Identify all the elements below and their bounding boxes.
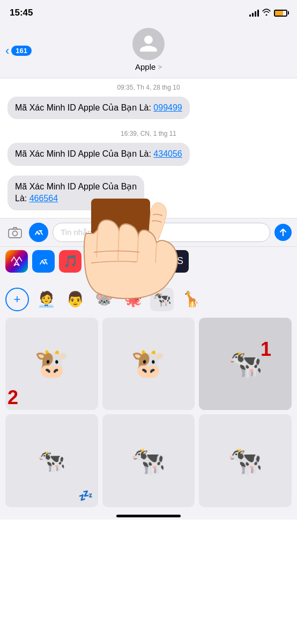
back-button[interactable]: ‹ 161 [5,44,32,58]
heart-app-icon[interactable]: ❤️ [139,250,162,273]
messages-area: 09:35, Th 4, 28 thg 10 Mã Xác Minh ID Ap… [0,84,297,218]
message-row-3: Mã Xác Minh ID Apple Của BạnLà: 466564 [0,174,297,216]
timestamp-1: 09:35, Th 4, 28 thg 10 [0,84,297,91]
emoji-giraffe[interactable]: 🦒 [179,288,203,311]
emoji-cow-blank[interactable]: 🐄 [150,288,174,311]
game-app-icon[interactable]: 2S [166,250,189,273]
emoji-header-row: + 🧑‍💼 👨 🐭 🐙 🐄 🦒 [5,288,292,311]
emoji-grid: 🐮 🐮 🐄 🐄💤 🐄 🐄 [5,318,292,507]
memoji-2-icon[interactable]: 😎 [113,250,135,273]
emoji-memoji-2[interactable]: 👨 [63,288,87,311]
home-indicator-area [0,511,297,519]
appstore-strip-icon[interactable] [32,250,55,273]
input-bar: Tin nhắn văn bản [0,218,297,246]
message-input[interactable]: Tin nhắn văn bản [53,223,270,242]
add-emoji-button[interactable]: + [5,288,29,311]
message-bubble-2: Mã Xác Minh ID Apple Của Bạn Là: 434056 [8,143,190,165]
emoji-cell-4[interactable]: 🐄💤 [5,414,98,507]
message-bubble-1: Mã Xác Minh ID Apple Của Bạn Là: 099499 [8,97,190,119]
svg-rect-0 [9,229,21,238]
input-placeholder: Tin nhắn văn bản [61,228,123,237]
home-indicator [116,515,181,517]
status-icons [249,9,287,17]
emoji-cell-6[interactable]: 🐄 [199,414,292,507]
message-row-1: Mã Xác Minh ID Apple Của Bạn Là: 099499 [0,96,297,125]
contact-chevron-icon: > [158,63,162,71]
status-bar: 15:45 [0,0,297,24]
message-link-3[interactable]: 466564 [29,194,58,203]
app-strip: 🎵 🧑 😎 ❤️ 2S [0,246,297,276]
emoji-memoji-1[interactable]: 🧑‍💼 [34,288,58,311]
message-header: ‹ 161 Apple > [0,24,297,78]
photos-app-icon[interactable] [5,250,28,273]
wifi-icon [262,9,271,17]
contact-name[interactable]: Apple > [135,62,162,71]
emoji-mouse[interactable]: 🐭 [92,288,116,311]
music-app-icon[interactable]: 🎵 [59,250,81,273]
back-badge-count[interactable]: 161 [11,46,32,56]
battery-icon [274,10,287,17]
panel-handle [139,280,158,282]
emoji-panel: + 🧑‍💼 👨 🐭 🐙 🐄 🦒 🐮 🐮 🐄 🐄💤 🐄 🐄 [0,276,297,511]
message-link-2[interactable]: 434056 [153,149,182,158]
send-button[interactable] [274,224,292,241]
person-icon [138,34,159,54]
timestamp-2: 16:39, CN, 1 thg 11 [0,130,297,137]
back-chevron-icon: ‹ [5,44,9,58]
message-text-1: Mã Xác Minh ID Apple Của Bạn Là: [15,103,153,112]
message-link-1[interactable]: 099499 [153,103,182,112]
emoji-cell-1[interactable]: 🐮 [5,318,98,411]
camera-button[interactable] [5,223,25,242]
appstore-button[interactable] [29,223,48,242]
message-bubble-3: Mã Xác Minh ID Apple Của BạnLà: 466564 [8,175,144,210]
signal-icon [249,9,259,17]
svg-point-1 [13,231,18,236]
emoji-cell-5[interactable]: 🐄 [102,414,195,507]
emoji-octopus[interactable]: 🐙 [121,288,145,311]
message-text-2: Mã Xác Minh ID Apple Của Bạn Là: [15,149,153,158]
memoji-1-icon[interactable]: 🧑 [86,250,108,273]
status-time: 15:45 [10,8,33,18]
message-row-2: Mã Xác Minh ID Apple Của Bạn Là: 434056 [0,142,297,171]
battery-fill [275,11,283,16]
contact-avatar [132,28,165,60]
emoji-cell-2[interactable]: 🐮 [102,318,195,411]
emoji-cell-3[interactable]: 🐄 [199,318,292,411]
